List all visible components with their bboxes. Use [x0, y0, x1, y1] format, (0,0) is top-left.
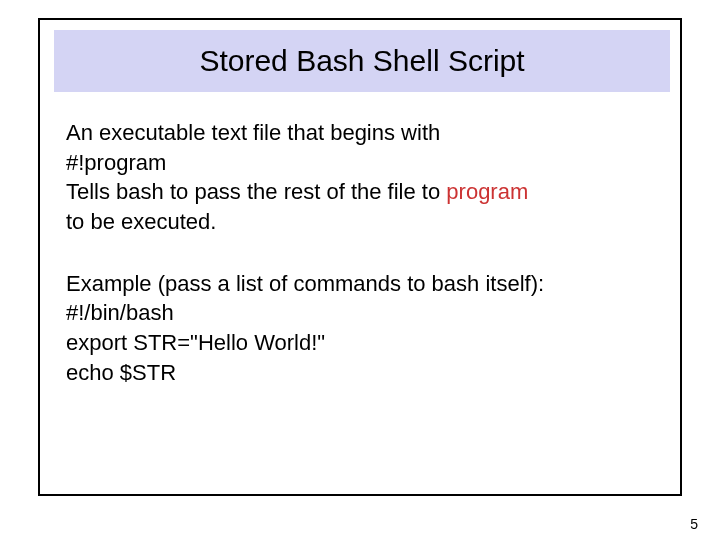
para1-line2: #!program	[66, 148, 666, 178]
title-bar: Stored Bash Shell Script	[54, 30, 670, 92]
para1-line1: An executable text file that begins with	[66, 118, 666, 148]
para1-line4: to be executed.	[66, 207, 666, 237]
paragraph-1: An executable text file that begins with…	[66, 118, 666, 237]
slide-title: Stored Bash Shell Script	[199, 44, 524, 78]
para2-line3: export STR="Hello World!"	[66, 328, 666, 358]
para1-line3: Tells bash to pass the rest of the file …	[66, 177, 666, 207]
para2-line2: #!/bin/bash	[66, 298, 666, 328]
slide-frame: Stored Bash Shell Script An executable t…	[38, 18, 682, 496]
slide-body: An executable text file that begins with…	[66, 118, 666, 388]
para2-line1: Example (pass a list of commands to bash…	[66, 269, 666, 299]
para2-line4: echo $STR	[66, 358, 666, 388]
para1-line3-highlight: program	[446, 179, 528, 204]
paragraph-2: Example (pass a list of commands to bash…	[66, 269, 666, 388]
page-number: 5	[690, 516, 698, 532]
para1-line3-a: Tells bash to pass the rest of the file …	[66, 179, 446, 204]
